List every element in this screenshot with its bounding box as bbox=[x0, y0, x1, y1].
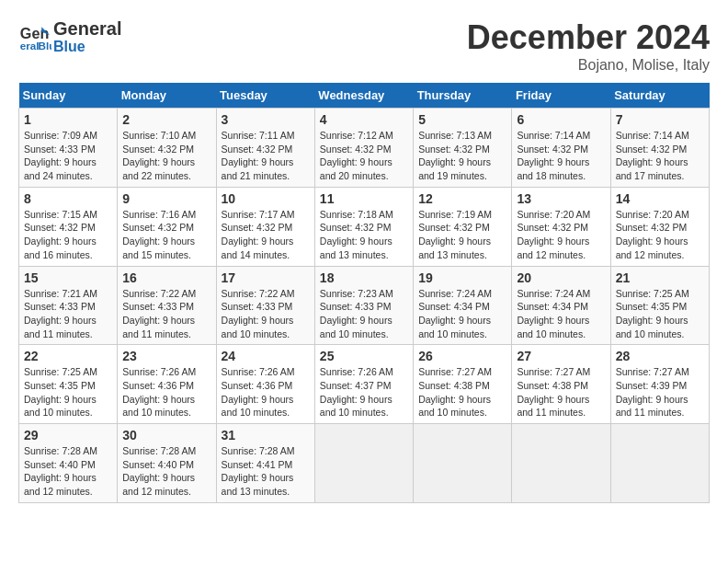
day-number: 26 bbox=[418, 349, 506, 363]
calendar-day-cell: 17 Sunrise: 7:22 AM Sunset: 4:33 PM Dayl… bbox=[216, 266, 314, 345]
day-detail: Sunrise: 7:25 AM Sunset: 4:35 PM Dayligh… bbox=[24, 365, 112, 419]
day-detail: Sunrise: 7:10 AM Sunset: 4:32 PM Dayligh… bbox=[122, 129, 210, 183]
calendar-day-cell: 5 Sunrise: 7:13 AM Sunset: 4:32 PM Dayli… bbox=[414, 109, 512, 188]
calendar-day-cell: 15 Sunrise: 7:21 AM Sunset: 4:33 PM Dayl… bbox=[19, 266, 118, 345]
day-number: 11 bbox=[320, 191, 408, 206]
weekday-header-cell: Monday bbox=[118, 83, 216, 109]
day-number: 29 bbox=[24, 428, 112, 442]
day-detail: Sunrise: 7:14 AM Sunset: 4:32 PM Dayligh… bbox=[517, 129, 605, 183]
day-number: 25 bbox=[320, 349, 408, 363]
day-detail: Sunrise: 7:27 AM Sunset: 4:38 PM Dayligh… bbox=[418, 365, 506, 419]
day-number: 10 bbox=[222, 191, 310, 206]
day-detail: Sunrise: 7:25 AM Sunset: 4:35 PM Dayligh… bbox=[616, 287, 704, 341]
calendar-day-cell: 6 Sunrise: 7:14 AM Sunset: 4:32 PM Dayli… bbox=[512, 109, 610, 188]
calendar-day-cell bbox=[610, 424, 709, 503]
month-title: December 2024 bbox=[467, 18, 710, 57]
day-number: 30 bbox=[122, 428, 210, 442]
calendar-day-cell bbox=[314, 424, 413, 503]
day-detail: Sunrise: 7:28 AM Sunset: 4:40 PM Dayligh… bbox=[122, 444, 210, 499]
weekday-header-row: SundayMondayTuesdayWednesdayThursdayFrid… bbox=[19, 83, 710, 109]
day-number: 21 bbox=[616, 270, 704, 285]
day-detail: Sunrise: 7:18 AM Sunset: 4:32 PM Dayligh… bbox=[320, 208, 408, 262]
weekday-header-cell: Tuesday bbox=[216, 83, 314, 109]
day-number: 18 bbox=[320, 270, 408, 285]
calendar-day-cell: 24 Sunrise: 7:26 AM Sunset: 4:36 PM Dayl… bbox=[216, 345, 314, 424]
calendar-day-cell bbox=[512, 424, 610, 503]
calendar-day-cell: 20 Sunrise: 7:24 AM Sunset: 4:34 PM Dayl… bbox=[512, 266, 610, 345]
calendar-week-row: 29 Sunrise: 7:28 AM Sunset: 4:40 PM Dayl… bbox=[19, 424, 710, 503]
calendar-day-cell: 4 Sunrise: 7:12 AM Sunset: 4:32 PM Dayli… bbox=[314, 109, 413, 188]
day-number: 4 bbox=[320, 112, 408, 127]
day-number: 14 bbox=[616, 191, 704, 206]
calendar-day-cell: 19 Sunrise: 7:24 AM Sunset: 4:34 PM Dayl… bbox=[414, 266, 512, 345]
calendar-day-cell: 25 Sunrise: 7:26 AM Sunset: 4:37 PM Dayl… bbox=[314, 345, 413, 424]
day-detail: Sunrise: 7:13 AM Sunset: 4:32 PM Dayligh… bbox=[418, 129, 506, 183]
day-detail: Sunrise: 7:21 AM Sunset: 4:33 PM Dayligh… bbox=[24, 287, 112, 341]
day-number: 1 bbox=[24, 112, 112, 127]
svg-text:eral: eral bbox=[20, 40, 40, 52]
weekday-header-cell: Sunday bbox=[19, 83, 118, 109]
calendar-day-cell: 7 Sunrise: 7:14 AM Sunset: 4:32 PM Dayli… bbox=[610, 109, 709, 188]
day-detail: Sunrise: 7:20 AM Sunset: 4:32 PM Dayligh… bbox=[517, 208, 605, 262]
location-title: Bojano, Molise, Italy bbox=[467, 57, 710, 74]
day-detail: Sunrise: 7:17 AM Sunset: 4:32 PM Dayligh… bbox=[222, 208, 310, 262]
day-detail: Sunrise: 7:14 AM Sunset: 4:32 PM Dayligh… bbox=[616, 129, 704, 183]
day-number: 12 bbox=[418, 191, 506, 206]
calendar-day-cell: 26 Sunrise: 7:27 AM Sunset: 4:38 PM Dayl… bbox=[414, 345, 512, 424]
calendar-day-cell: 9 Sunrise: 7:16 AM Sunset: 4:32 PM Dayli… bbox=[118, 187, 216, 266]
title-block: December 2024 Bojano, Molise, Italy bbox=[467, 18, 710, 74]
day-detail: Sunrise: 7:20 AM Sunset: 4:32 PM Dayligh… bbox=[616, 208, 704, 262]
calendar-table: SundayMondayTuesdayWednesdayThursdayFrid… bbox=[18, 83, 710, 503]
day-number: 22 bbox=[24, 349, 112, 363]
day-detail: Sunrise: 7:16 AM Sunset: 4:32 PM Dayligh… bbox=[122, 208, 210, 262]
calendar-day-cell: 10 Sunrise: 7:17 AM Sunset: 4:32 PM Dayl… bbox=[216, 187, 314, 266]
calendar-week-row: 22 Sunrise: 7:25 AM Sunset: 4:35 PM Dayl… bbox=[19, 345, 710, 424]
day-number: 24 bbox=[222, 349, 310, 363]
calendar-day-cell: 13 Sunrise: 7:20 AM Sunset: 4:32 PM Dayl… bbox=[512, 187, 610, 266]
day-number: 3 bbox=[222, 112, 310, 127]
calendar-day-cell: 22 Sunrise: 7:25 AM Sunset: 4:35 PM Dayl… bbox=[19, 345, 118, 424]
calendar-day-cell: 11 Sunrise: 7:18 AM Sunset: 4:32 PM Dayl… bbox=[314, 187, 413, 266]
calendar-day-cell: 27 Sunrise: 7:27 AM Sunset: 4:38 PM Dayl… bbox=[512, 345, 610, 424]
day-detail: Sunrise: 7:23 AM Sunset: 4:33 PM Dayligh… bbox=[320, 287, 408, 341]
day-number: 23 bbox=[122, 349, 210, 363]
calendar-day-cell: 31 Sunrise: 7:28 AM Sunset: 4:41 PM Dayl… bbox=[216, 424, 314, 503]
day-number: 19 bbox=[418, 270, 506, 285]
day-detail: Sunrise: 7:11 AM Sunset: 4:32 PM Dayligh… bbox=[222, 129, 310, 183]
day-detail: Sunrise: 7:28 AM Sunset: 4:40 PM Dayligh… bbox=[24, 444, 112, 499]
weekday-header-cell: Friday bbox=[512, 83, 610, 109]
day-detail: Sunrise: 7:24 AM Sunset: 4:34 PM Dayligh… bbox=[517, 287, 605, 341]
weekday-header-cell: Thursday bbox=[414, 83, 512, 109]
day-number: 15 bbox=[24, 270, 112, 285]
calendar-week-row: 15 Sunrise: 7:21 AM Sunset: 4:33 PM Dayl… bbox=[19, 266, 710, 345]
day-number: 6 bbox=[517, 112, 605, 127]
day-number: 16 bbox=[122, 270, 210, 285]
day-detail: Sunrise: 7:15 AM Sunset: 4:32 PM Dayligh… bbox=[24, 208, 112, 262]
calendar-day-cell: 12 Sunrise: 7:19 AM Sunset: 4:32 PM Dayl… bbox=[414, 187, 512, 266]
day-detail: Sunrise: 7:22 AM Sunset: 4:33 PM Dayligh… bbox=[222, 287, 310, 341]
day-detail: Sunrise: 7:24 AM Sunset: 4:34 PM Dayligh… bbox=[418, 287, 506, 341]
page-header: Gen eral Blue General Blue December 2024… bbox=[18, 18, 710, 74]
logo: Gen eral Blue General Blue bbox=[18, 18, 121, 55]
day-number: 13 bbox=[517, 191, 605, 206]
day-number: 31 bbox=[222, 428, 310, 442]
day-number: 27 bbox=[517, 349, 605, 363]
day-number: 20 bbox=[517, 270, 605, 285]
calendar-day-cell: 1 Sunrise: 7:09 AM Sunset: 4:33 PM Dayli… bbox=[19, 109, 118, 188]
calendar-day-cell: 30 Sunrise: 7:28 AM Sunset: 4:40 PM Dayl… bbox=[118, 424, 216, 503]
day-detail: Sunrise: 7:26 AM Sunset: 4:37 PM Dayligh… bbox=[320, 365, 408, 419]
day-detail: Sunrise: 7:26 AM Sunset: 4:36 PM Dayligh… bbox=[122, 365, 210, 419]
day-detail: Sunrise: 7:27 AM Sunset: 4:39 PM Dayligh… bbox=[616, 365, 704, 419]
calendar-day-cell: 8 Sunrise: 7:15 AM Sunset: 4:32 PM Dayli… bbox=[19, 187, 118, 266]
calendar-day-cell: 21 Sunrise: 7:25 AM Sunset: 4:35 PM Dayl… bbox=[610, 266, 709, 345]
calendar-day-cell: 29 Sunrise: 7:28 AM Sunset: 4:40 PM Dayl… bbox=[19, 424, 118, 503]
day-number: 9 bbox=[122, 191, 210, 206]
day-detail: Sunrise: 7:22 AM Sunset: 4:33 PM Dayligh… bbox=[122, 287, 210, 341]
day-detail: Sunrise: 7:27 AM Sunset: 4:38 PM Dayligh… bbox=[517, 365, 605, 419]
day-detail: Sunrise: 7:12 AM Sunset: 4:32 PM Dayligh… bbox=[320, 129, 408, 183]
day-number: 28 bbox=[616, 349, 704, 363]
calendar-day-cell: 16 Sunrise: 7:22 AM Sunset: 4:33 PM Dayl… bbox=[118, 266, 216, 345]
calendar-day-cell: 18 Sunrise: 7:23 AM Sunset: 4:33 PM Dayl… bbox=[314, 266, 413, 345]
day-number: 2 bbox=[122, 112, 210, 127]
day-number: 8 bbox=[24, 191, 112, 206]
